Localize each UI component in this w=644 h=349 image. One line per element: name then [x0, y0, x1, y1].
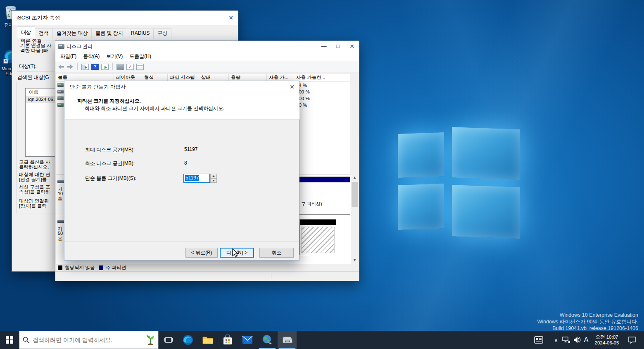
scroll-up-icon[interactable]: ▲ [351, 174, 358, 181]
target-label: 대상(T): [19, 64, 37, 69]
cancel-button[interactable]: 취소 [259, 248, 294, 258]
menu-file[interactable]: 파일(F) [57, 52, 80, 61]
taskbar-search-box[interactable] [19, 331, 159, 349]
taskbar-iscsi-button[interactable] [258, 331, 277, 349]
tray-clock[interactable]: 오전 10:07 2024-06-05 [592, 331, 622, 349]
menu-view[interactable]: 보기(V) [103, 52, 126, 61]
scroll-down-icon[interactable]: ▼ [351, 257, 358, 264]
check-document-icon[interactable] [126, 64, 134, 70]
task-view-button[interactable] [159, 331, 178, 349]
partition-legend: 할당되지 않음 주 파티션 [55, 264, 359, 271]
close-icon[interactable]: ✕ [224, 11, 238, 25]
min-disk-space-label: 최소 디스크 공간(MB): [85, 160, 135, 167]
taskbar-disk-management-button[interactable] [278, 331, 297, 349]
menu-bar: 파일(F) 동작(A) 보기(V) 도움말(H) [55, 52, 359, 61]
show-action-pane-icon[interactable] [101, 64, 109, 70]
tab-discovery[interactable]: 검색 [35, 28, 53, 38]
disk1-icon [57, 180, 64, 183]
tab-targets[interactable]: 대상 [17, 26, 35, 38]
unallocated-hatch [301, 227, 335, 253]
properties-icon[interactable] [136, 64, 144, 70]
vertical-scrollbar[interactable]: ▲ ▼ [351, 174, 358, 264]
search-highlight-sprout-icon[interactable] [146, 335, 155, 345]
status-bar [55, 271, 359, 281]
tray-news-button[interactable] [531, 331, 546, 349]
scrollbar-thumb[interactable] [352, 182, 358, 207]
max-disk-space-label: 최대 디스크 공간(MB): [85, 146, 135, 153]
tab-radius[interactable]: RADIUS [127, 29, 154, 38]
volume-row-icon[interactable] [57, 103, 64, 107]
volume-row-icon[interactable] [57, 90, 64, 93]
volume-row-icon[interactable] [57, 83, 64, 87]
windows-start-icon [6, 336, 13, 344]
partition-label: 구 파티션) [301, 201, 322, 207]
status-bar-divider [271, 273, 271, 280]
quick-connect-text: 력한 다음 [빠 [20, 48, 48, 53]
back-arrow-icon[interactable] [58, 64, 64, 69]
edge-icon [183, 335, 193, 345]
disk1-status: 온 [58, 196, 62, 202]
tray-volume-button[interactable] [572, 331, 582, 349]
tab-configuration[interactable]: 구성 [153, 28, 171, 38]
volume-cd-row-icon[interactable] [57, 96, 64, 100]
news-feed-icon [534, 336, 543, 344]
file-explorer-icon [202, 335, 213, 344]
evaluation-watermark: Windows 10 Enterprise Evaluation Windows… [537, 312, 638, 332]
iscsi-title-bar[interactable]: iSCSI 초기자 속성 [12, 11, 238, 25]
mouse-cursor [232, 249, 239, 258]
maximize-icon[interactable]: □ [331, 41, 345, 52]
disk2-status: 온 [58, 236, 62, 242]
action-center-button[interactable] [623, 331, 641, 349]
disk1-size: 10 [58, 191, 63, 196]
iscsi-title: iSCSI 초기자 속성 [17, 14, 60, 22]
close-icon[interactable]: ✕ [285, 81, 299, 93]
primary-legend-swatch [99, 265, 103, 270]
rescan-disks-icon[interactable] [116, 64, 124, 70]
min-disk-space-value: 8 [184, 160, 187, 166]
wizard-title-bar[interactable]: 단순 볼륨 만들기 마법사 [64, 81, 299, 93]
help-icon[interactable]: ? [91, 64, 99, 70]
back-button[interactable]: < 뒤로(B) [185, 248, 218, 258]
minimize-icon[interactable]: — [317, 41, 331, 52]
tab-favorite-targets[interactable]: 즐겨찾는 대상 [52, 28, 92, 38]
tray-network-button[interactable] [561, 331, 572, 349]
mail-icon [242, 336, 253, 344]
column-empty[interactable] [331, 74, 350, 81]
tray-time-text: 오전 10:07 [595, 334, 619, 340]
max-disk-space-value: 51197 [184, 146, 197, 152]
toolbar-separator [77, 63, 78, 70]
forward-arrow-icon[interactable] [67, 64, 74, 69]
watermark-line: Windows 10 Enterprise Evaluation [537, 312, 638, 318]
taskbar-store-button[interactable] [218, 331, 237, 349]
watermark-line: Windows 라이선스가 90일 동안 유효합니다. [537, 318, 638, 325]
volume-size-input[interactable]: 51197 [183, 174, 210, 183]
tab-volumes-devices[interactable]: 볼륨 및 장치 [91, 28, 127, 38]
toolbar: ? [55, 61, 359, 72]
partition-unallocated[interactable] [299, 219, 336, 255]
discovered-targets-label: 검색된 대상(G [16, 74, 50, 81]
primary-partition-header [299, 177, 350, 182]
unallocated-legend-label: 할당되지 않음 [65, 265, 95, 271]
wizard-heading: 파티션 크기를 지정하십시오. [77, 98, 141, 105]
tray-chevron-icon[interactable]: ∧ [551, 331, 561, 349]
column-percent-free[interactable]: 사용 가능한... [294, 74, 331, 81]
disk2-icon [57, 220, 64, 223]
iscsi-globe-icon [262, 335, 273, 345]
start-button[interactable] [0, 331, 19, 349]
spinner-down-icon[interactable] [210, 178, 217, 183]
taskbar-mail-button[interactable] [238, 331, 257, 349]
spinner-up-icon[interactable] [210, 174, 217, 178]
taskbar-file-explorer-button[interactable] [198, 331, 217, 349]
toolbar-separator [112, 63, 113, 70]
menu-help[interactable]: 도움말(H) [126, 52, 154, 61]
disk-management-title-bar[interactable]: 디스크 관리 [55, 41, 359, 52]
volume-size-spinner: 51197 [183, 174, 217, 183]
close-icon[interactable]: ✕ [345, 41, 359, 52]
taskbar-edge-button[interactable] [178, 331, 197, 349]
show-console-tree-icon[interactable] [81, 64, 89, 70]
partition-recovery[interactable]: 구 파티션) [299, 177, 350, 215]
speaker-icon [573, 336, 581, 344]
menu-action[interactable]: 동작(A) [80, 52, 103, 61]
tray-ime-indicator[interactable]: A [582, 331, 591, 349]
search-input[interactable] [33, 337, 143, 343]
